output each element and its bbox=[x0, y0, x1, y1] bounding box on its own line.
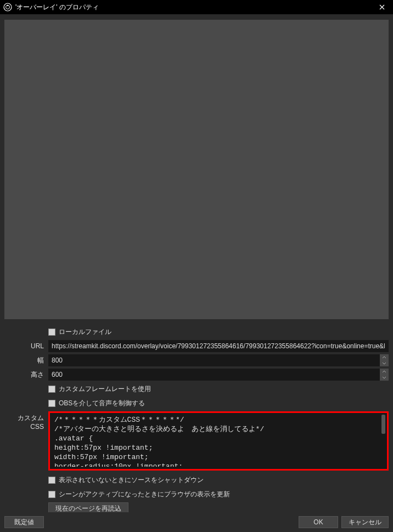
dialog-footer: 既定値 OK キャンセル bbox=[0, 512, 393, 532]
local-file-checkbox[interactable] bbox=[48, 329, 55, 336]
custom-css-textarea[interactable] bbox=[50, 415, 387, 467]
height-down-button[interactable] bbox=[380, 375, 389, 381]
custom-framerate-checkbox-wrap[interactable]: カスタムフレームレートを使用 bbox=[48, 384, 151, 394]
css-scrollbar[interactable] bbox=[381, 415, 385, 434]
local-file-label: ローカルファイル bbox=[59, 327, 111, 337]
shutdown-checkbox[interactable] bbox=[48, 477, 55, 484]
window-title: 'オーバーレイ' のプロパティ bbox=[15, 3, 99, 12]
ok-button[interactable]: OK bbox=[299, 516, 338, 528]
width-down-button[interactable] bbox=[380, 360, 389, 366]
obs-icon bbox=[3, 3, 12, 12]
control-audio-checkbox[interactable] bbox=[48, 400, 55, 407]
custom-css-highlight bbox=[48, 411, 389, 471]
width-label: 幅 bbox=[4, 356, 48, 365]
properties-form: ローカルファイル URL 幅 高さ bbox=[0, 326, 393, 514]
svg-point-0 bbox=[4, 3, 12, 11]
shutdown-checkbox-wrap[interactable]: 表示されていないときにソースをシャットダウン bbox=[48, 476, 204, 485]
cancel-button[interactable]: キャンセル bbox=[341, 516, 389, 528]
height-label: 高さ bbox=[4, 370, 48, 380]
preview-area bbox=[4, 20, 389, 319]
shutdown-label: 表示されていないときにソースをシャットダウン bbox=[59, 476, 204, 485]
refresh-label: シーンがアクティブになったときにブラウザの表示を更新 bbox=[59, 490, 230, 499]
defaults-button[interactable]: 既定値 bbox=[4, 516, 44, 528]
width-up-button[interactable] bbox=[380, 354, 389, 360]
width-input[interactable] bbox=[48, 354, 380, 366]
refresh-checkbox[interactable] bbox=[48, 491, 55, 498]
custom-framerate-checkbox[interactable] bbox=[48, 386, 55, 393]
refresh-checkbox-wrap[interactable]: シーンがアクティブになったときにブラウザの表示を更新 bbox=[48, 490, 230, 499]
local-file-checkbox-wrap[interactable]: ローカルファイル bbox=[48, 327, 111, 337]
titlebar: 'オーバーレイ' のプロパティ bbox=[0, 0, 393, 14]
url-input[interactable] bbox=[48, 340, 389, 352]
control-audio-checkbox-wrap[interactable]: OBSを介して音声を制御する bbox=[48, 399, 145, 408]
custom-css-label: カスタム CSS bbox=[4, 411, 48, 431]
height-up-button[interactable] bbox=[380, 369, 389, 375]
custom-framerate-label: カスタムフレームレートを使用 bbox=[59, 384, 151, 394]
svg-point-2 bbox=[7, 5, 8, 6]
height-input[interactable] bbox=[48, 369, 380, 381]
control-audio-label: OBSを介して音声を制御する bbox=[59, 399, 145, 408]
close-button[interactable] bbox=[371, 0, 393, 14]
url-label: URL bbox=[4, 342, 48, 350]
